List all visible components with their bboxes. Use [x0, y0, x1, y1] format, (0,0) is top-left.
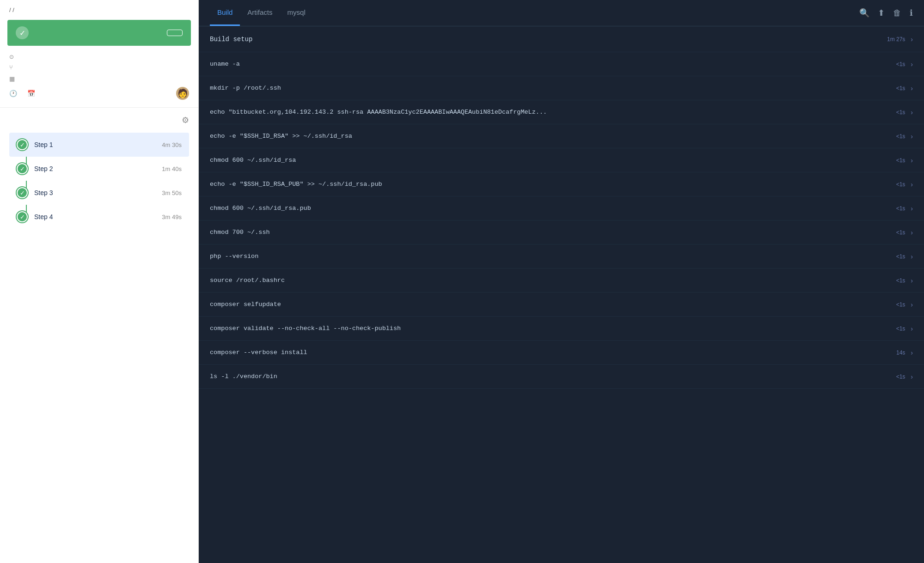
step-duration-4: 3m 49s	[162, 214, 182, 220]
step-item-2[interactable]: ✓ Step 2 1m 40s	[9, 157, 189, 181]
log-time: <1s	[896, 109, 906, 116]
step-item-1[interactable]: ✓ Step 1 4m 30s	[9, 133, 189, 157]
log-row[interactable]: composer validate --no-check-all --no-ch…	[199, 317, 924, 341]
log-time: <1s	[896, 277, 906, 284]
log-row[interactable]: echo "bitbucket.org,104.192.143.2 ssh-rs…	[199, 100, 924, 124]
step-label-4: Step 4	[34, 213, 155, 220]
left-panel: / / ✓ ⊙ ⑂ ▦ 🕐	[0, 0, 199, 563]
branch-line: ⑂	[9, 64, 189, 71]
success-check-icon: ✓	[16, 26, 29, 39]
step-check-4: ✓	[17, 211, 28, 222]
log-time: <1s	[896, 85, 906, 92]
right-panel: BuildArtifactsmysql 🔍 ⬆ 🗑 ℹ Build setup …	[199, 0, 924, 563]
log-command: php --version	[210, 253, 896, 260]
meta-left: 🕐 📅	[9, 90, 37, 97]
step-item-4[interactable]: ✓ Step 4 3m 49s	[9, 205, 189, 229]
commit-icon: ⊙	[9, 54, 14, 60]
pipeline-section-header: ⚙	[9, 115, 189, 125]
tab-mysql[interactable]: mysql	[280, 0, 313, 26]
pipeline-info: ⊙ ⑂ ▦ 🕐 📅	[0, 53, 198, 108]
log-row[interactable]: chmod 600 ~/.ssh/id_rsa.pub <1s ›	[199, 196, 924, 220]
expand-chevron[interactable]: ›	[911, 325, 913, 332]
expand-chevron[interactable]: ›	[911, 36, 913, 43]
log-command: composer validate --no-check-all --no-ch…	[210, 325, 896, 332]
log-row[interactable]: source /root/.bashrc <1s ›	[199, 269, 924, 293]
log-row[interactable]: echo -e "$SSH_ID_RSA_PUB" >> ~/.ssh/id_r…	[199, 172, 924, 196]
step-check-2: ✓	[17, 163, 28, 174]
log-row[interactable]: Build setup 1m 27s ›	[199, 26, 924, 52]
tab-artifacts[interactable]: Artifacts	[240, 0, 280, 26]
build-log: Build setup 1m 27s › uname -a <1s › mkdi…	[199, 26, 924, 563]
log-time: <1s	[896, 325, 906, 332]
expand-chevron[interactable]: ›	[911, 61, 913, 68]
log-command: ls -l ./vendor/bin	[210, 373, 896, 380]
log-time: <1s	[896, 61, 906, 67]
log-time: 14s	[896, 349, 905, 356]
log-time: <1s	[896, 253, 906, 260]
step-duration-1: 4m 30s	[162, 141, 182, 148]
log-command: composer --verbose install	[210, 349, 896, 356]
report-link-line: ▦	[9, 75, 189, 82]
search-icon[interactable]: 🔍	[859, 8, 869, 18]
expand-chevron[interactable]: ›	[911, 157, 913, 164]
tabs: BuildArtifactsmysql	[210, 0, 313, 26]
step-connector-1	[26, 157, 27, 164]
settings-icon[interactable]: ⚙	[182, 115, 189, 125]
pipeline-header: ✓	[7, 20, 191, 46]
step-label-3: Step 3	[34, 189, 155, 196]
log-row[interactable]: echo -e "$SSH_ID_RSA" >> ~/.ssh/id_rsa <…	[199, 124, 924, 148]
log-time: <1s	[896, 157, 906, 164]
duration-item: 🕐	[9, 90, 19, 97]
log-row[interactable]: composer --verbose install 14s ›	[199, 341, 924, 365]
clock-icon: 🕐	[9, 90, 17, 97]
log-time: <1s	[896, 301, 906, 308]
step-item-3[interactable]: ✓ Step 3 3m 50s	[9, 181, 189, 205]
expand-chevron[interactable]: ›	[911, 181, 913, 188]
log-time: <1s	[896, 229, 906, 236]
expand-chevron[interactable]: ›	[911, 85, 913, 92]
tab-build[interactable]: Build	[210, 0, 240, 26]
log-row[interactable]: chmod 700 ~/.ssh <1s ›	[199, 220, 924, 245]
pipeline-section: ⚙ ✓ Step 1 4m 30s ✓ Step 2 1m 40s ✓ Step…	[0, 108, 198, 236]
log-row[interactable]: chmod 600 ~/.ssh/id_rsa <1s ›	[199, 148, 924, 172]
log-row[interactable]: uname -a <1s ›	[199, 52, 924, 76]
expand-chevron[interactable]: ›	[911, 301, 913, 308]
log-command: chmod 700 ~/.ssh	[210, 229, 896, 236]
log-row[interactable]: composer selfupdate <1s ›	[199, 293, 924, 317]
log-row[interactable]: php --version <1s ›	[199, 245, 924, 269]
log-time: 1m 27s	[887, 36, 905, 43]
log-command: composer selfupdate	[210, 301, 896, 308]
log-command: source /root/.bashrc	[210, 277, 896, 284]
log-command: Build setup	[210, 36, 887, 43]
meta-line: 🕐 📅 🧑	[9, 87, 189, 100]
download-icon[interactable]: ⬆	[878, 8, 885, 18]
step-check-1: ✓	[17, 139, 28, 150]
expand-chevron[interactable]: ›	[911, 373, 913, 380]
step-connector-2	[26, 181, 27, 188]
info-icon[interactable]: ℹ	[910, 8, 913, 18]
step-connector-3	[26, 205, 27, 212]
expand-chevron[interactable]: ›	[911, 229, 913, 236]
step-label-2: Step 2	[34, 165, 155, 172]
log-command: uname -a	[210, 61, 896, 67]
breadcrumb: / /	[0, 0, 198, 20]
step-check-3: ✓	[17, 187, 28, 198]
log-time: <1s	[896, 181, 906, 188]
log-row[interactable]: mkdir -p /root/.ssh <1s ›	[199, 76, 924, 100]
step-duration-3: 3m 50s	[162, 190, 182, 196]
expand-chevron[interactable]: ›	[911, 349, 913, 356]
delete-icon[interactable]: 🗑	[893, 8, 901, 18]
expand-chevron[interactable]: ›	[911, 109, 913, 116]
expand-chevron[interactable]: ›	[911, 277, 913, 284]
expand-chevron[interactable]: ›	[911, 205, 913, 212]
header-actions: 🔍 ⬆ 🗑 ℹ	[859, 8, 913, 18]
log-row[interactable]: ls -l ./vendor/bin <1s ›	[199, 365, 924, 389]
log-command: chmod 600 ~/.ssh/id_rsa	[210, 157, 896, 164]
rerun-button[interactable]	[167, 30, 183, 36]
right-header: BuildArtifactsmysql 🔍 ⬆ 🗑 ℹ	[199, 0, 924, 26]
commit-line: ⊙	[9, 53, 189, 60]
log-command: echo -e "$SSH_ID_RSA" >> ~/.ssh/id_rsa	[210, 133, 896, 140]
calendar-icon: 📅	[27, 90, 35, 97]
expand-chevron[interactable]: ›	[911, 253, 913, 260]
expand-chevron[interactable]: ›	[911, 133, 913, 140]
